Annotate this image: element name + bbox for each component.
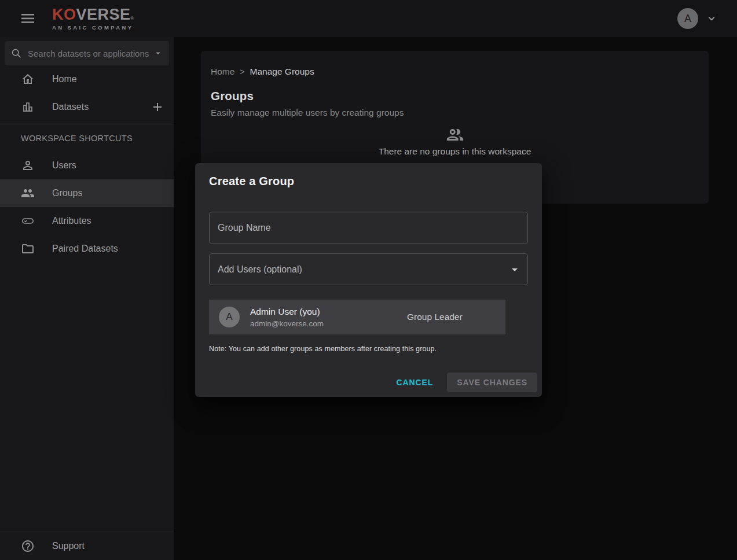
page-subtitle: Easily manage multiple users by creating… <box>211 108 709 118</box>
folder-icon <box>21 242 35 256</box>
sidebar-item-datasets[interactable]: Datasets <box>0 93 174 121</box>
logo-subtitle: AN SAIC COMPANY <box>52 25 134 31</box>
breadcrumb-separator: > <box>240 67 244 76</box>
sidebar-item-support[interactable]: Support <box>0 532 174 560</box>
cancel-button[interactable]: CANCEL <box>387 373 442 392</box>
page-title: Groups <box>211 89 709 103</box>
people-icon <box>21 186 35 200</box>
add-users-select-value: Add Users (optional) <box>218 264 302 275</box>
sidebar-item-home[interactable]: Home <box>0 65 174 93</box>
person-icon <box>21 159 35 172</box>
sidebar-item-label: Attributes <box>52 216 91 226</box>
search-input[interactable] <box>28 49 153 58</box>
group-name-field[interactable] <box>209 212 528 244</box>
group-name-input[interactable] <box>218 223 519 233</box>
member-avatar: A <box>219 307 240 327</box>
breadcrumb-current: Manage Groups <box>250 67 314 77</box>
dialog-title: Create a Group <box>209 175 294 188</box>
sidebar-item-label: Paired Datasets <box>52 244 118 254</box>
bar-chart-icon <box>21 100 35 114</box>
home-icon <box>21 72 35 86</box>
add-users-select[interactable]: Add Users (optional) <box>209 253 528 285</box>
breadcrumb: Home > Manage Groups <box>211 67 709 77</box>
select-caret-icon <box>508 263 522 277</box>
save-changes-button[interactable]: SAVE CHANGES <box>447 373 537 392</box>
sidebar-item-label: Home <box>52 74 77 84</box>
sidebar: Home Datasets WORKSPACE SHORTCUTS Users … <box>0 37 174 560</box>
add-dataset-plus-icon[interactable] <box>151 100 164 114</box>
koverse-logo: KOVERSE® AN SAIC COMPANY <box>52 7 134 31</box>
sidebar-item-label: Datasets <box>52 102 89 112</box>
workspace-shortcuts-header: WORKSPACE SHORTCUTS <box>0 124 174 152</box>
dialog-note: Note: You can add other groups as member… <box>209 345 437 353</box>
user-avatar[interactable]: A <box>677 8 698 29</box>
empty-state: There are no groups in this workspace <box>201 125 709 157</box>
sidebar-item-label: Users <box>52 160 76 171</box>
sidebar-item-label: Support <box>52 541 85 551</box>
create-group-dialog: Create a Group Add Users (optional) A Ad… <box>195 163 542 397</box>
search-box[interactable] <box>5 41 169 65</box>
chevron-down-icon[interactable] <box>706 13 717 24</box>
search-scope-caret-icon[interactable] <box>153 48 163 58</box>
group-empty-icon <box>445 125 465 145</box>
sidebar-item-users[interactable]: Users <box>0 152 174 179</box>
member-name: Admin User (you) <box>250 307 324 317</box>
topbar: KOVERSE® AN SAIC COMPANY A <box>0 0 737 37</box>
attribute-toggle-icon <box>21 214 35 228</box>
breadcrumb-home-link[interactable]: Home <box>211 67 234 77</box>
sidebar-item-paired-datasets[interactable]: Paired Datasets <box>0 235 174 263</box>
empty-state-text: There are no groups in this workspace <box>379 146 531 157</box>
member-list-item[interactable]: A Admin User (you) admin@koverse.com Gro… <box>209 300 505 334</box>
sidebar-item-label: Groups <box>52 188 82 198</box>
dialog-actions: CANCEL SAVE CHANGES <box>387 373 537 392</box>
member-email: admin@koverse.com <box>250 319 324 328</box>
sidebar-item-attributes[interactable]: Attributes <box>0 207 174 235</box>
help-icon <box>21 539 35 553</box>
sidebar-item-groups[interactable]: Groups <box>0 179 174 207</box>
search-icon <box>10 47 22 59</box>
hamburger-icon <box>21 14 34 23</box>
member-role-label: Group Leader <box>407 312 463 322</box>
hamburger-menu-button[interactable] <box>14 5 42 32</box>
logo-wordmark: KOVERSE® <box>52 7 134 23</box>
